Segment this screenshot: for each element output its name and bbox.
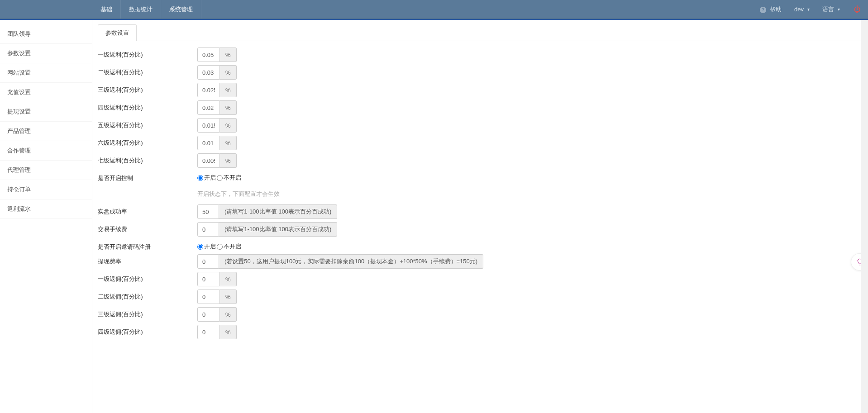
input-success-rate[interactable] <box>197 204 219 219</box>
row-withdraw-rate: 提现费率 (若设置50，这用户提现100元，实际需要扣除余额100（提现本金）+… <box>98 254 868 269</box>
label-invite-code: 是否开启邀请码注册 <box>98 240 197 251</box>
sidebar-item-label: 返利流水 <box>7 205 31 212</box>
tab-params[interactable]: 参数设置 <box>98 24 137 41</box>
logout-button[interactable]: ⏻ <box>846 0 868 19</box>
unit-rebate7: % <box>220 153 237 168</box>
input-withdraw-rate[interactable] <box>197 254 219 269</box>
unit-rebate1: % <box>220 47 237 62</box>
language-label: 语言 <box>822 5 834 14</box>
radio-control-off[interactable]: 不开启 <box>217 174 241 182</box>
sidebar-item-withdraw[interactable]: 提现设置 <box>0 102 92 122</box>
label-rebate4: 四级返利(百分比) <box>98 100 197 112</box>
label-rebate7: 七级返利(百分比) <box>98 153 197 165</box>
unit-rebate5: % <box>220 118 237 133</box>
user-label: dev <box>794 6 804 13</box>
input-rebate6[interactable] <box>197 136 220 150</box>
hint-trade-fee: (请填写1-100比率值 100表示百分百成功) <box>219 222 337 237</box>
param-form: 一级返利(百分比) % 二级返利(百分比) % <box>98 41 868 339</box>
radio-label-invite-on: 开启 <box>204 242 216 251</box>
topbar-right: 帮助 dev 语言 ⏻ <box>754 0 868 19</box>
hint-withdraw-rate: (若设置50，这用户提现100元，实际需要扣除余额100（提现本金）+100*5… <box>219 254 483 269</box>
radio-label-on: 开启 <box>204 174 216 182</box>
unit-rebate6: % <box>220 136 237 150</box>
input-rebate2[interactable] <box>197 65 220 80</box>
unit-commission2: % <box>220 290 237 304</box>
unit-commission4: % <box>220 325 237 339</box>
row-commission4: 四级返佣(百分比) % <box>98 325 868 339</box>
unit-rebate4: % <box>220 100 237 115</box>
sidebar-item-partner[interactable]: 合作管理 <box>0 141 92 161</box>
helper-control: 开启状态下，下面配置才会生效 <box>197 190 868 198</box>
sidebar-item-label: 团队领导 <box>7 30 31 37</box>
help-icon <box>760 6 768 13</box>
topbar-nav: 基础 数据统计 系统管理 <box>92 0 201 19</box>
sidebar-item-team-leader[interactable]: 团队领导 <box>0 24 92 44</box>
radio-invite-off[interactable]: 不开启 <box>217 242 241 251</box>
sidebar-item-label: 充值设置 <box>7 89 31 95</box>
sidebar-item-label: 参数设置 <box>7 50 31 57</box>
sidebar-item-agent[interactable]: 代理管理 <box>0 161 92 180</box>
input-trade-fee[interactable] <box>197 222 219 237</box>
scrollbar[interactable] <box>861 20 868 413</box>
sidebar-item-site[interactable]: 网站设置 <box>0 63 92 83</box>
input-rebate7[interactable] <box>197 153 220 168</box>
unit-rebate2: % <box>220 65 237 80</box>
sidebar-item-recharge[interactable]: 充值设置 <box>0 83 92 102</box>
radio-label-invite-off: 不开启 <box>224 242 241 251</box>
radio-input-control-on[interactable] <box>197 175 203 181</box>
radio-input-invite-on[interactable] <box>197 244 203 250</box>
help-link[interactable]: 帮助 <box>754 0 788 19</box>
label-withdraw-rate: 提现费率 <box>98 254 197 266</box>
input-commission3[interactable] <box>197 307 220 322</box>
unit-commission3: % <box>220 307 237 322</box>
sidebar: 团队领导 参数设置 网站设置 充值设置 提现设置 产品管理 合作管理 代理管理 … <box>0 20 92 413</box>
sidebar-item-params[interactable]: 参数设置 <box>0 44 92 63</box>
sidebar-item-label: 合作管理 <box>7 147 31 154</box>
unit-commission1: % <box>220 272 237 286</box>
nav-basic[interactable]: 基础 <box>92 0 121 19</box>
row-control: 是否开启控制 开启 不开启 开启状态下，下面配置才会生效 <box>98 171 868 200</box>
nav-system[interactable]: 系统管理 <box>161 0 201 19</box>
tab-bar: 参数设置 <box>98 24 868 41</box>
help-label: 帮助 <box>770 5 782 14</box>
sidebar-item-label: 持仓订单 <box>7 186 31 193</box>
user-menu[interactable]: dev <box>788 0 816 19</box>
row-rebate4: 四级返利(百分比) % <box>98 100 868 115</box>
nav-statistics[interactable]: 数据统计 <box>121 0 161 19</box>
label-rebate3: 三级返利(百分比) <box>98 83 197 94</box>
input-rebate4[interactable] <box>197 100 220 115</box>
sidebar-item-position[interactable]: 持仓订单 <box>0 180 92 199</box>
row-invite-code: 是否开启邀请码注册 开启 不开启 <box>98 240 868 251</box>
row-trade-fee: 交易手续费 (请填写1-100比率值 100表示百分百成功) <box>98 222 868 237</box>
row-success-rate: 实盘成功率 (请填写1-100比率值 100表示百分百成功) <box>98 204 868 219</box>
row-commission1: 一级返佣(百分比) % <box>98 272 868 286</box>
unit-rebate3: % <box>220 83 237 97</box>
label-commission4: 四级返佣(百分比) <box>98 325 197 336</box>
radio-invite-on[interactable]: 开启 <box>197 242 216 251</box>
sidebar-item-rebate-flow[interactable]: 返利流水 <box>0 199 92 219</box>
radio-control-on[interactable]: 开启 <box>197 174 216 182</box>
input-rebate1[interactable] <box>197 47 220 62</box>
input-commission4[interactable] <box>197 325 220 339</box>
radio-label-off: 不开启 <box>224 174 241 182</box>
label-commission1: 一级返佣(百分比) <box>98 272 197 283</box>
input-rebate3[interactable] <box>197 83 220 97</box>
input-commission2[interactable] <box>197 290 220 304</box>
label-control: 是否开启控制 <box>98 171 197 182</box>
main-content: 参数设置 一级返利(百分比) % 二级返利(百分比) % <box>92 20 868 413</box>
sidebar-item-label: 提现设置 <box>7 108 31 115</box>
input-rebate5[interactable] <box>197 118 220 133</box>
row-rebate3: 三级返利(百分比) % <box>98 83 868 97</box>
row-rebate5: 五级返利(百分比) % <box>98 118 868 133</box>
row-rebate6: 六级返利(百分比) % <box>98 136 868 150</box>
sidebar-item-product[interactable]: 产品管理 <box>0 122 92 141</box>
radio-input-invite-off[interactable] <box>217 244 223 250</box>
topbar: 基础 数据统计 系统管理 帮助 dev 语言 ⏻ <box>0 0 868 19</box>
label-rebate2: 二级返利(百分比) <box>98 65 197 76</box>
hint-success-rate: (请填写1-100比率值 100表示百分百成功) <box>219 204 337 219</box>
label-commission3: 三级返佣(百分比) <box>98 307 197 318</box>
input-commission1[interactable] <box>197 272 220 286</box>
label-success-rate: 实盘成功率 <box>98 204 197 216</box>
language-menu[interactable]: 语言 <box>816 0 846 19</box>
radio-input-control-off[interactable] <box>217 175 223 181</box>
